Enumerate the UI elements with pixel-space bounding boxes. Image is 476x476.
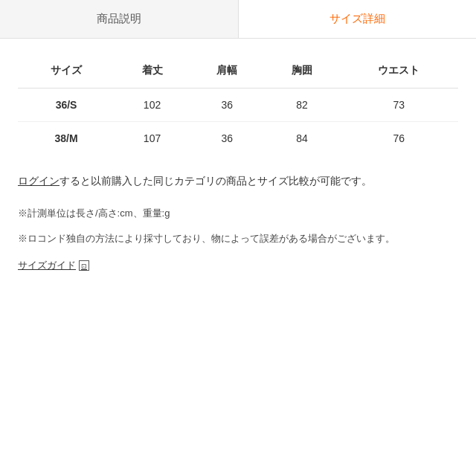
login-section: ログインすると以前購入した同じカテゴリの商品とサイズ比較が可能です。 [18, 173, 458, 190]
size-guide-link[interactable]: サイズガイド ⊡ [18, 259, 89, 272]
table-row: 38/M107368476 [18, 122, 458, 155]
login-text: すると以前購入した同じカテゴリの商品とサイズ比較が可能です。 [60, 175, 372, 187]
col-header-length: 着丈 [115, 54, 190, 89]
note-accuracy-text: ※ロコンド独自の方法により採寸しており、物によって誤差がある場合がございます。 [18, 233, 395, 244]
col-header-size: サイズ [18, 54, 115, 89]
size-table: サイズ 着丈 肩幅 胸囲 ウエスト 36/S10236827338/M10736… [18, 54, 458, 155]
main-content: サイズ 着丈 肩幅 胸囲 ウエスト 36/S10236827338/M10736… [0, 39, 476, 287]
col-header-chest: 胸囲 [265, 54, 340, 89]
col-header-waist: ウエスト [339, 54, 458, 89]
note-measurement-text: ※計測単位は長さ/高さ:cm、重量:g [18, 208, 170, 219]
login-link[interactable]: ログイン [18, 175, 60, 187]
table-cell-r1-c1: 107 [115, 122, 190, 155]
table-cell-r0-c0: 36/S [18, 89, 115, 122]
table-cell-r0-c2: 36 [190, 89, 265, 122]
table-cell-r0-c1: 102 [115, 89, 190, 122]
table-row: 36/S102368273 [18, 89, 458, 122]
note-accuracy: ※ロコンド独自の方法により採寸しており、物によって誤差がある場合がございます。 [18, 231, 458, 247]
external-link-icon: ⊡ [79, 260, 89, 271]
table-cell-r1-c4: 76 [339, 122, 458, 155]
table-cell-r1-c3: 84 [265, 122, 340, 155]
note-measurement: ※計測単位は長さ/高さ:cm、重量:g [18, 205, 458, 222]
table-cell-r0-c3: 82 [265, 89, 340, 122]
size-guide-label: サイズガイド [18, 259, 76, 272]
tab-size-detail[interactable]: サイズ詳細 [239, 0, 477, 38]
table-cell-r1-c2: 36 [190, 122, 265, 155]
tab-product-description-label: 商品説明 [97, 12, 141, 25]
col-header-shoulder: 肩幅 [190, 54, 265, 89]
table-header-row: サイズ 着丈 肩幅 胸囲 ウエスト [18, 54, 458, 89]
tab-size-detail-label: サイズ詳細 [329, 12, 385, 25]
tab-bar: 商品説明 サイズ詳細 [0, 0, 476, 39]
tab-product-description[interactable]: 商品説明 [0, 0, 239, 38]
table-cell-r0-c4: 73 [339, 89, 458, 122]
table-cell-r1-c0: 38/M [18, 122, 115, 155]
